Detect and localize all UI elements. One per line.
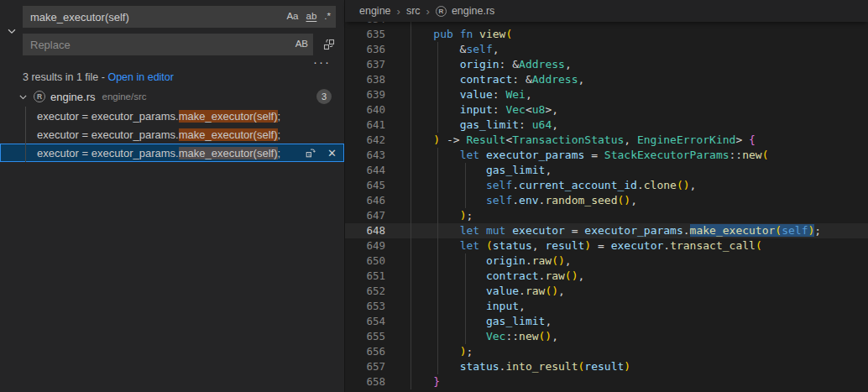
code-line[interactable]: 643 let executor_params = StackExecutorP… <box>345 148 868 163</box>
code-line[interactable]: 649 let (status, result) = executor.tran… <box>345 238 868 253</box>
code-text: ); <box>407 208 473 223</box>
toggle-replace-chevron-icon[interactable] <box>4 24 19 39</box>
line-number[interactable]: 635 <box>345 27 407 42</box>
code-text: gas_limit: u64, <box>407 118 558 133</box>
breadcrumb: engine › src › R engine.rs <box>345 0 868 22</box>
code-text: &self, <box>407 42 499 57</box>
line-number[interactable]: 650 <box>345 253 407 269</box>
breadcrumb-item-engine[interactable]: engine <box>359 5 391 17</box>
code-line[interactable]: 653 input, <box>345 299 868 314</box>
line-number[interactable]: 654 <box>345 314 407 329</box>
code-line[interactable]: 638 contract: &Address, <box>345 72 868 87</box>
line-number[interactable]: 647 <box>345 208 407 223</box>
code-viewport: 634635 pub fn view(636 &self,637 origin:… <box>345 22 868 392</box>
dismiss-result-icon[interactable]: ✕ <box>327 148 337 159</box>
result-text: executor = executor_params.make_executor… <box>37 128 280 141</box>
line-number[interactable]: 637 <box>345 57 407 72</box>
code-line[interactable]: 656 ); <box>345 344 868 359</box>
line-number[interactable]: 648 <box>345 223 407 238</box>
code-line[interactable]: 650 origin.raw(), <box>345 253 868 269</box>
code-text: Vec::new(), <box>407 329 558 344</box>
match-highlight: make_executor(self) <box>179 128 278 141</box>
toggle-search-details-icon[interactable]: ··· <box>313 55 331 68</box>
code-line[interactable]: 644 gas_limit, <box>345 163 868 178</box>
search-result-row[interactable]: executor = executor_params.make_executor… <box>0 144 344 162</box>
line-number[interactable]: 655 <box>345 329 407 344</box>
code-text: value.raw(), <box>407 284 565 299</box>
replace-all-button[interactable] <box>319 34 339 55</box>
code-text: } <box>407 374 440 389</box>
results-count-text: 3 results in 1 file - <box>23 71 107 83</box>
line-number[interactable]: 656 <box>345 344 407 359</box>
line-number[interactable]: 644 <box>345 163 407 178</box>
line-number[interactable]: 643 <box>345 148 407 163</box>
result-text: executor = executor_params.make_executor… <box>37 110 280 123</box>
code-text: status.into_result(result) <box>407 359 630 374</box>
code-line[interactable]: 646 self.env.random_seed(), <box>345 193 868 208</box>
code-line[interactable]: 655 Vec::new(), <box>345 329 868 344</box>
line-number[interactable]: 649 <box>345 238 407 253</box>
code-text: pub fn view( <box>407 27 512 42</box>
code-line[interactable]: 652 value.raw(), <box>345 284 868 299</box>
code-text: value: Wei, <box>407 87 532 102</box>
line-number[interactable]: 638 <box>345 72 407 87</box>
line-number[interactable]: 642 <box>345 133 407 148</box>
replace-input[interactable] <box>23 34 313 55</box>
line-number[interactable]: 645 <box>345 178 407 193</box>
match-case-icon[interactable]: Aa <box>286 12 298 22</box>
code-text: contract.raw(), <box>407 269 584 284</box>
match-highlight: make_executor(self) <box>179 110 278 123</box>
open-in-editor-link[interactable]: Open in editor <box>107 71 174 83</box>
code-line[interactable]: 637 origin: &Address, <box>345 57 868 72</box>
line-number[interactable]: 646 <box>345 193 407 208</box>
code-text: self.env.random_seed(), <box>407 193 637 208</box>
code-text: origin: &Address, <box>407 57 572 72</box>
code-line[interactable]: 651 contract.raw(), <box>345 269 868 284</box>
code-text: origin.raw(), <box>407 253 572 269</box>
breadcrumb-item-src[interactable]: src <box>406 5 421 17</box>
line-number[interactable]: 653 <box>345 299 407 314</box>
replace-match-icon[interactable] <box>305 147 316 159</box>
code-line[interactable]: 657 status.into_result(result) <box>345 359 868 374</box>
code-editor: engine › src › R engine.rs 634635 pub fn… <box>344 0 868 392</box>
preserve-case-icon[interactable]: AB <box>295 39 308 50</box>
code-line[interactable]: 641 gas_limit: u64, <box>345 118 868 133</box>
line-number[interactable]: 640 <box>345 102 407 118</box>
match-highlight: make_executor(self) <box>179 147 278 159</box>
file-name: engine.rs <box>50 91 95 103</box>
line-number[interactable]: 657 <box>345 359 407 374</box>
file-group-row[interactable]: R engine.rs engine/src 3 <box>0 87 344 106</box>
line-number[interactable]: 652 <box>345 284 407 299</box>
result-actions: ✕ <box>305 147 337 159</box>
code-line[interactable]: 645 self.current_account_id.clone(), <box>345 178 868 193</box>
breadcrumb-item-file[interactable]: engine.rs <box>452 5 494 17</box>
code-line[interactable]: 654 gas_limit, <box>345 314 868 329</box>
code-line[interactable]: 635 pub fn view( <box>345 27 868 42</box>
code-lines: 634635 pub fn view(636 &self,637 origin:… <box>345 22 868 389</box>
code-line[interactable]: 636 &self, <box>345 42 868 57</box>
code-text: self.current_account_id.clone(), <box>407 178 696 193</box>
line-number[interactable]: 658 <box>345 374 407 389</box>
line-number[interactable]: 651 <box>345 269 407 284</box>
line-number[interactable]: 636 <box>345 42 407 57</box>
code-text: input: Vec<u8>, <box>407 102 558 118</box>
search-field-row: Aa ab .* <box>23 6 336 28</box>
result-text: executor = executor_params.make_executor… <box>37 147 280 159</box>
code-text: gas_limit, <box>407 314 552 329</box>
file-collapse-chevron-icon[interactable] <box>16 90 29 103</box>
whole-word-icon[interactable]: ab <box>306 12 317 22</box>
code-line[interactable]: 640 input: Vec<u8>, <box>345 102 868 118</box>
search-result-row[interactable]: executor = executor_params.make_executor… <box>0 125 344 144</box>
line-number[interactable]: 639 <box>345 87 407 102</box>
code-line[interactable]: 648 let mut executor = executor_params.m… <box>345 223 868 238</box>
line-number[interactable]: 641 <box>345 118 407 133</box>
code-text: let (status, result) = executor.transact… <box>407 238 762 253</box>
search-result-row[interactable]: executor = executor_params.make_executor… <box>0 107 344 125</box>
code-text: ); <box>407 344 473 359</box>
code-text: ) -> Result<TransactionStatus, EngineErr… <box>407 133 756 148</box>
code-line[interactable]: 658 } <box>345 374 868 389</box>
code-line[interactable]: 642 ) -> Result<TransactionStatus, Engin… <box>345 133 868 148</box>
code-line[interactable]: 647 ); <box>345 208 868 223</box>
code-line[interactable]: 639 value: Wei, <box>345 87 868 102</box>
regex-icon[interactable]: .* <box>324 12 331 22</box>
